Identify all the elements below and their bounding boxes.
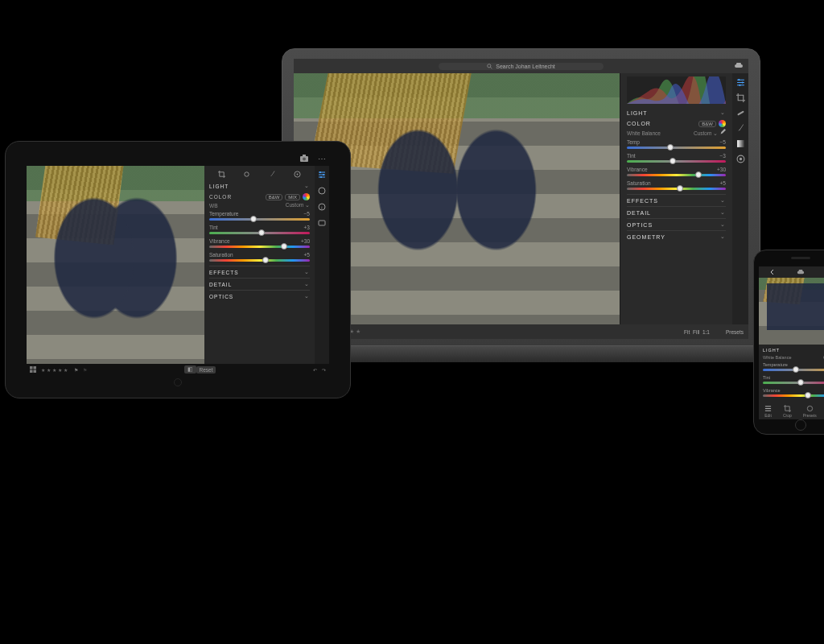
flag-rejected-icon[interactable]: ⚑ (83, 367, 87, 373)
svg-point-3 (741, 81, 743, 83)
wb-dropdown[interactable]: Custom ⌄ (286, 202, 310, 208)
svg-rect-5 (737, 110, 744, 115)
section-detail[interactable]: DETAIL⌄ (209, 278, 310, 290)
cloud-icon[interactable] (797, 270, 805, 275)
crop-icon[interactable] (218, 171, 225, 178)
linear-gradient-icon[interactable] (736, 139, 745, 148)
bw-toggle[interactable]: B&W (698, 121, 716, 127)
svg-point-0 (488, 64, 491, 67)
laptop-screen: Search Johan Leitnecht (282, 48, 760, 346)
wb-label: White Balance (627, 130, 661, 136)
svg-point-20 (323, 174, 324, 175)
svg-point-21 (320, 176, 322, 178)
flag-picked-icon[interactable]: ⚑ (74, 367, 78, 373)
cloud-icon[interactable] (734, 63, 744, 69)
slider-tint[interactable]: Tint−3 (627, 153, 726, 163)
fit-button[interactable]: Fit (684, 329, 690, 335)
nav-crop[interactable]: Crop (783, 405, 792, 418)
histogram[interactable] (627, 76, 726, 104)
slider-temp[interactable]: Temp−5 (627, 139, 726, 149)
svg-rect-25 (319, 221, 325, 225)
section-light[interactable]: LIGHT⌄ (627, 107, 726, 118)
phone-home-button[interactable] (795, 419, 806, 431)
section-light[interactable]: LIGHT⌄ (209, 180, 310, 192)
slider-temp[interactable]: Temperature (763, 362, 824, 371)
fill-button[interactable]: Fill (693, 329, 699, 335)
sliders-icon (764, 405, 772, 412)
svg-point-8 (739, 158, 741, 160)
crop-icon (784, 405, 791, 412)
photo-canvas[interactable] (27, 166, 204, 364)
top-bar: Search Johan Leitnecht (294, 59, 748, 73)
presets-button[interactable]: Presets (726, 329, 744, 335)
photo-canvas[interactable] (759, 278, 824, 345)
presets-icon[interactable] (318, 187, 326, 195)
svg-rect-15 (303, 155, 306, 156)
svg-point-19 (319, 171, 321, 173)
reset-button[interactable]: Reset (196, 366, 216, 374)
slider-saturation[interactable]: Saturation+5 (627, 180, 726, 190)
sliders-icon[interactable] (736, 78, 745, 87)
tablet-home-button[interactable] (174, 378, 182, 386)
eyedropper-icon[interactable] (719, 129, 726, 135)
nav-presets[interactable]: Presets (803, 405, 817, 418)
phone-bottombar: Edit Crop Presets ⋯More (759, 403, 824, 419)
slider-temp[interactable]: Temperature−5 (209, 211, 310, 221)
before-after-icon[interactable]: ◧ (184, 365, 196, 374)
color-mixer-icon[interactable] (719, 120, 726, 127)
color-mixer-icon[interactable] (303, 193, 310, 200)
mix-toggle[interactable]: MIX (285, 194, 300, 200)
section-effects[interactable]: EFFECTS⌄ (627, 194, 726, 206)
redo-icon[interactable]: ↷ (322, 367, 326, 373)
brush-icon[interactable] (269, 171, 276, 178)
sliders-icon[interactable] (318, 171, 326, 179)
slider-vibrance[interactable]: Vibrance+30 (209, 238, 310, 248)
undo-icon[interactable]: ↶ (313, 367, 317, 373)
section-effects[interactable]: EFFECTS⌄ (209, 266, 310, 278)
radial-gradient-icon[interactable] (736, 155, 745, 163)
search-placeholder: Search Johan Leitnecht (496, 64, 555, 69)
section-detail[interactable]: DETAIL⌄ (627, 206, 726, 218)
slider-vibrance[interactable]: Vibrance (763, 388, 824, 397)
phone-device: LIGHT White BalanceCustom Temperature Ti… (753, 250, 824, 435)
svg-point-2 (738, 79, 740, 80)
keywords-icon[interactable] (318, 219, 326, 227)
more-icon[interactable]: ⋯ (318, 155, 326, 164)
star-rating[interactable]: ★★★★★ (41, 367, 69, 373)
wb-label: White Balance (763, 355, 791, 360)
ratio-button[interactable]: 1:1 (702, 329, 710, 335)
svg-text:i: i (321, 205, 322, 210)
camera-icon[interactable] (300, 155, 308, 162)
edit-panel: LIGHT⌄ COLOR B&W White Balance Custom ⌄ (620, 73, 748, 324)
info-icon[interactable]: i (318, 203, 326, 211)
presets-icon (806, 405, 814, 412)
bw-toggle[interactable]: B&W (266, 194, 283, 200)
wb-dropdown[interactable]: Custom (694, 130, 711, 136)
nav-edit[interactable]: Edit (764, 405, 772, 418)
section-optics[interactable]: OPTICS⌄ (627, 218, 726, 230)
section-geometry[interactable]: GEOMETRY⌄ (627, 230, 726, 242)
search-field[interactable]: Search Johan Leitnecht (439, 63, 604, 70)
slider-vibrance[interactable]: Vibrance+30 (627, 167, 726, 176)
crop-icon[interactable] (736, 93, 745, 102)
laptop-device: Search Johan Leitnecht (282, 48, 760, 370)
svg-rect-28 (30, 369, 33, 373)
tablet-bottombar: ★★★★★ ⚑ ⚑ ◧ Reset ↶ ↷ (27, 364, 329, 375)
slider-tint[interactable]: Tint+3 (209, 225, 310, 234)
section-color-label: COLOR (209, 194, 232, 200)
heal-icon[interactable] (736, 109, 745, 118)
section-color-label: COLOR (627, 121, 651, 126)
back-icon[interactable] (769, 269, 776, 275)
slider-tint[interactable]: Tint (763, 375, 824, 384)
heal-icon[interactable] (243, 171, 250, 178)
svg-point-16 (245, 171, 249, 175)
section-light[interactable]: LIGHT (763, 347, 824, 353)
svg-point-22 (319, 188, 325, 194)
section-optics[interactable]: OPTICS⌄ (209, 290, 310, 302)
svg-point-30 (807, 406, 812, 411)
slider-saturation[interactable]: Saturation+5 (209, 252, 310, 262)
brush-icon[interactable] (736, 124, 745, 133)
edit-panel: LIGHT White BalanceCustom Temperature Ti… (759, 345, 824, 403)
grid-icon[interactable] (30, 366, 36, 373)
selective-icon[interactable] (294, 171, 301, 178)
